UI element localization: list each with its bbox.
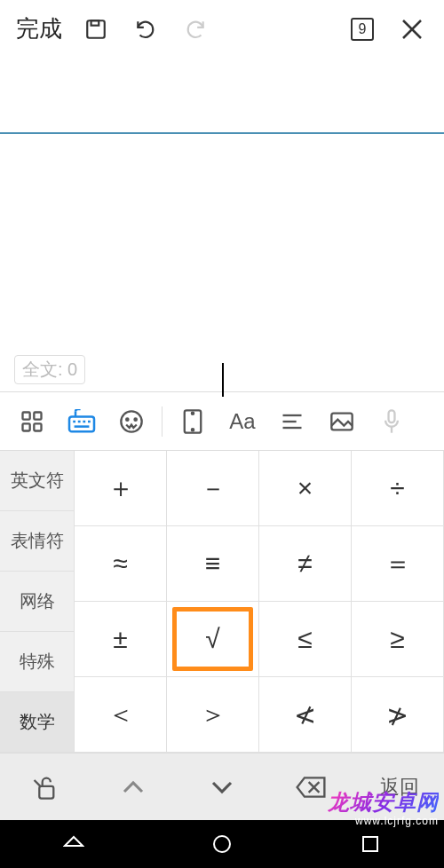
close-icon[interactable] [391,8,433,51]
key-notequal[interactable]: ≠ [259,526,352,602]
fulltext-counter: 全文: 0 [14,355,85,384]
svg-point-20 [192,429,194,430]
key-gt[interactable]: ＞ [167,677,259,753]
nav-home-icon[interactable] [195,826,249,862]
editor-area[interactable]: 全文: 0 [0,134,444,391]
key-lt[interactable]: ＜ [75,677,167,753]
android-navbar [0,820,444,868]
svg-rect-1 [91,20,99,25]
svg-point-32 [214,836,230,852]
svg-rect-4 [23,412,30,419]
symbol-category-tabs: 英文符 表情符 网络 特殊 数学 [0,451,75,753]
key-nlt[interactable]: ≮ [259,677,352,753]
nav-back-icon[interactable] [47,826,100,862]
done-button[interactable]: 完成 [11,13,67,44]
tab-english-symbols[interactable]: 英文符 [0,451,75,511]
align-icon[interactable] [267,399,317,444]
keypad-9-button[interactable]: 9 [341,8,384,51]
svg-rect-6 [23,423,30,430]
svg-point-16 [126,418,128,420]
key-le[interactable]: ≤ [259,602,352,677]
emoji-icon[interactable] [107,399,156,444]
key-sqrt[interactable]: √ [167,602,259,677]
svg-marker-31 [65,837,83,846]
svg-rect-8 [69,416,94,431]
chevron-up-icon[interactable] [89,778,178,796]
tab-network[interactable]: 网络 [0,572,75,632]
return-button[interactable]: 返回 [355,774,444,801]
apps-icon[interactable] [7,399,57,444]
top-toolbar: 完成 9 [0,0,444,58]
key-ge[interactable]: ≥ [352,602,444,677]
keyboard-icon[interactable] [57,399,107,444]
save-icon[interactable] [75,8,117,51]
font-icon[interactable]: Aa [218,399,267,444]
tab-math[interactable]: 数学 [0,692,75,753]
lock-toggle-icon[interactable] [0,774,89,801]
svg-point-17 [135,418,137,420]
nav-recent-icon[interactable] [344,826,397,862]
svg-rect-27 [39,786,53,799]
editor-toolbar: Aa [0,391,444,451]
image-icon[interactable] [317,399,367,444]
insert-panel-icon[interactable] [168,399,218,444]
svg-point-19 [192,412,194,414]
chevron-down-icon[interactable] [178,778,266,796]
tab-emoji-symbols[interactable]: 表情符 [0,511,75,572]
key-multiply[interactable]: × [259,451,352,526]
key-approx[interactable]: ≈ [75,526,167,602]
symbol-keyboard: 英文符 表情符 网络 特殊 数学 ＋ － × ÷ ≈ ≡ ≠ ＝ ± √ ≤ ≥… [0,451,444,820]
key-divide[interactable]: ÷ [352,451,444,526]
key-minus[interactable]: － [167,451,259,526]
mic-icon[interactable] [367,399,416,444]
redo-icon [174,8,217,51]
key-ngt[interactable]: ≯ [352,677,444,753]
svg-point-15 [121,411,141,431]
key-identical[interactable]: ≡ [167,526,259,602]
key-plusminus[interactable]: ± [75,602,167,677]
svg-rect-7 [34,423,41,430]
key-plus[interactable]: ＋ [75,451,167,526]
toolbar-divider [162,406,163,437]
tab-special[interactable]: 特殊 [0,632,75,692]
svg-line-28 [35,780,41,786]
svg-rect-5 [34,412,41,419]
undo-icon[interactable] [124,8,167,51]
backspace-icon[interactable] [266,776,355,799]
symbol-key-grid: ＋ － × ÷ ≈ ≡ ≠ ＝ ± √ ≤ ≥ ＜ ＞ ≮ ≯ [75,451,444,753]
keyboard-bottom-row: 返回 [0,753,444,820]
svg-rect-33 [363,837,377,851]
svg-rect-25 [389,410,395,422]
key-equal[interactable]: ＝ [352,526,444,602]
text-cursor [222,363,224,397]
svg-rect-0 [87,20,105,38]
